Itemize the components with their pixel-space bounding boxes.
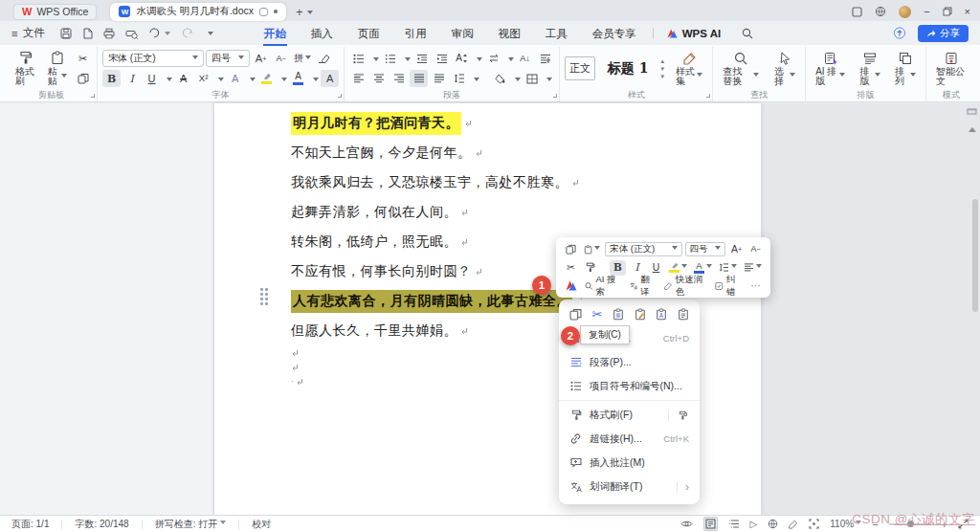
ctx-copy-button[interactable] [569, 308, 582, 321]
eye-protect-icon[interactable] [680, 520, 693, 528]
translate-button[interactable]: 翻译 [627, 274, 659, 299]
shading-button[interactable] [491, 70, 509, 87]
char-scale-button[interactable]: A [453, 50, 471, 67]
mini-align-menu-button[interactable] [742, 260, 764, 276]
save-icon[interactable] [60, 28, 72, 39]
pinyin-guide-button[interactable]: 拼 [292, 50, 313, 67]
proofread-button[interactable]: 纠错 [712, 274, 745, 299]
word-count[interactable]: 字数: 20/148 [75, 518, 128, 531]
print-icon[interactable] [103, 28, 115, 39]
print-preview-icon[interactable] [125, 28, 138, 39]
font-size-select[interactable]: 四号 [206, 50, 250, 67]
borders-button[interactable] [523, 70, 541, 87]
italic-button[interactable]: I [122, 70, 141, 87]
align-left-button[interactable] [349, 70, 368, 87]
undo-dropdown-icon[interactable] [165, 32, 170, 38]
char-shading-button[interactable]: A [321, 70, 339, 87]
layout-button[interactable]: 排版 [855, 51, 885, 87]
cjk-layout-button[interactable] [484, 50, 502, 67]
mini-more-button[interactable]: ··· [747, 278, 764, 294]
tab-page[interactable]: 页面 [345, 22, 392, 45]
paragraph-drag-handle[interactable] [260, 288, 268, 305]
style-heading1-chip[interactable]: 标题 1 [602, 60, 655, 78]
web-view-button[interactable] [768, 519, 778, 529]
mini-increase-font-button[interactable]: A+ [728, 242, 745, 257]
vertical-scrollbar-thumb[interactable] [972, 199, 978, 312]
ctx-cut-button[interactable]: ✂ [592, 307, 603, 321]
mini-copy-button[interactable] [563, 242, 579, 257]
increase-font-button[interactable]: A+ [252, 50, 270, 67]
redo-icon[interactable] [181, 28, 193, 39]
close-button[interactable]: × [965, 7, 970, 17]
edit-pen-icon[interactable] [789, 520, 798, 529]
tab-home[interactable]: 开始 [252, 22, 299, 45]
copy-button[interactable] [74, 70, 92, 87]
quickbar-more-icon[interactable] [208, 32, 213, 38]
chevron-down-icon[interactable] [477, 57, 482, 64]
document-tab[interactable]: W 水调歌头 明月几时有.docx [110, 3, 286, 21]
fit-screen-icon[interactable] [809, 519, 819, 529]
mini-paste-button[interactable] [582, 242, 602, 257]
align-right-button[interactable] [390, 70, 408, 87]
tab-member[interactable]: 会员专享 [580, 22, 649, 45]
number-list-button[interactable] [381, 50, 399, 67]
select-button[interactable]: 选择 [769, 51, 800, 87]
ruler-toggle-icon[interactable] [967, 107, 977, 116]
font-color-button[interactable]: A [289, 70, 307, 87]
tab-tools[interactable]: 工具 [533, 22, 580, 45]
show-marks-button[interactable] [536, 50, 554, 67]
wps-ai-button[interactable] [563, 278, 579, 294]
user-avatar[interactable] [899, 6, 911, 18]
text-effects-button[interactable]: A [226, 70, 244, 87]
menu-item-hyperlink[interactable]: 超链接(H)... Ctrl+K [559, 427, 700, 451]
paste-button[interactable]: 粘贴 [43, 50, 72, 87]
share-button[interactable]: 分享 [918, 25, 969, 42]
underline-button[interactable]: U [143, 70, 161, 87]
styles-scroll-down-icon[interactable]: ▾ [660, 65, 664, 72]
chevron-down-icon[interactable] [281, 78, 287, 84]
chevron-down-icon[interactable] [313, 78, 319, 84]
strikethrough-button[interactable]: A [174, 70, 192, 87]
chevron-down-icon[interactable] [515, 78, 521, 84]
arrange-button[interactable]: 排列 [890, 51, 921, 87]
decrease-indent-button[interactable] [412, 50, 431, 67]
chevron-down-icon[interactable] [405, 57, 411, 64]
ctx-paste-text-button[interactable]: A [656, 308, 667, 321]
styles-scroll-up-icon[interactable]: ▴ [660, 57, 664, 64]
tab-review[interactable]: 审阅 [439, 22, 486, 45]
paragraph-dialog-launcher-icon[interactable] [553, 94, 557, 98]
decrease-font-button[interactable]: A− [272, 50, 290, 67]
bold-button[interactable]: B [102, 70, 121, 87]
ai-layout-button[interactable]: AI 排版 [811, 51, 850, 87]
maximize-button[interactable] [943, 7, 952, 16]
bullet-list-button[interactable] [349, 50, 368, 67]
highlight-color-button[interactable] [257, 70, 276, 87]
search-icon[interactable] [742, 28, 753, 39]
mini-cut-button[interactable]: ✂ [563, 260, 579, 276]
tab-wps-ai[interactable]: WPS AI [657, 22, 730, 45]
line-spacing-button[interactable] [450, 70, 468, 87]
page-view-button[interactable] [703, 517, 718, 531]
font-dialog-launcher-icon[interactable] [338, 94, 342, 98]
new-tab-button[interactable]: + [296, 6, 303, 18]
scroll-up-icon[interactable] [969, 123, 976, 132]
tab-list-dropdown-icon[interactable] [307, 11, 313, 17]
highlighted-text[interactable]: 明月几时有？把酒问青天。 [291, 112, 461, 135]
menu-item-format-painter[interactable]: 格式刷(F) [559, 403, 700, 427]
theme-globe-icon[interactable] [875, 6, 886, 17]
cut-button[interactable]: ✂ [74, 50, 92, 67]
chevron-down-icon[interactable] [373, 57, 379, 64]
proofread-button[interactable]: 校对 [252, 518, 271, 531]
ai-search-button[interactable]: AI 搜索 [582, 274, 624, 299]
ctx-paste-format-button[interactable] [635, 308, 646, 321]
sort-button[interactable]: A↓ [516, 50, 534, 67]
wps-office-home-button[interactable]: W WPS Office [13, 4, 97, 20]
style-normal-chip[interactable]: 正文 [565, 56, 595, 80]
mini-decrease-font-button[interactable]: A− [747, 242, 764, 257]
chevron-down-icon[interactable] [167, 78, 172, 84]
minimize-button[interactable]: − [924, 7, 929, 17]
justify-button[interactable] [410, 70, 428, 87]
menu-item-insert-comment[interactable]: 插入批注(M) [559, 451, 700, 475]
font-name-select[interactable]: 宋体 (正文) [102, 50, 204, 67]
outline-view-button[interactable] [728, 520, 740, 528]
